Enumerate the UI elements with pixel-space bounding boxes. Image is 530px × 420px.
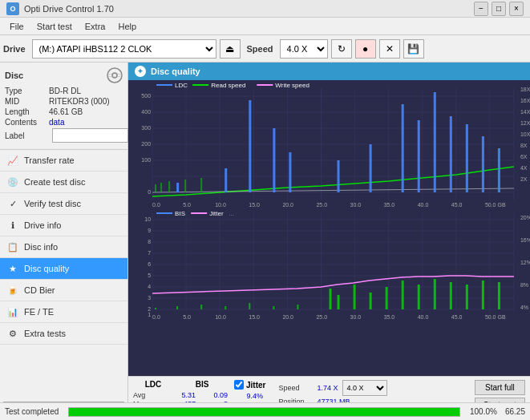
eject-button[interactable]: ⏏ <box>220 39 241 59</box>
svg-rect-35 <box>482 136 484 192</box>
svg-text:45.0: 45.0 <box>451 314 463 320</box>
svg-text:20.0: 20.0 <box>282 202 293 208</box>
svg-text:Write speed: Write speed <box>275 82 310 89</box>
upper-chart: 500 400 300 200 100 0 18X 16X 14X 12X 10… <box>128 80 530 208</box>
svg-rect-40 <box>184 180 186 192</box>
disc-contents-value: data <box>49 118 64 127</box>
start-full-button[interactable]: Start full <box>475 380 525 395</box>
svg-text:5: 5 <box>148 273 151 278</box>
svg-rect-104 <box>338 295 340 309</box>
lower-chart: 10 9 8 7 6 5 4 3 2 1 20% 16% 12% 8% 4% <box>128 208 530 321</box>
svg-rect-106 <box>370 293 372 309</box>
main-layout: Disc Type BD-R DL MID RITEKDR3 (000) Len… <box>0 63 530 420</box>
svg-text:100: 100 <box>141 157 151 163</box>
extra-tests-icon: ⚙ <box>6 327 19 340</box>
sidebar-item-create-test-disc[interactable]: 💿 Create test disc <box>0 172 127 193</box>
cd-bier-label: CD Bier <box>24 285 55 295</box>
disc-type-label: Type <box>5 87 49 95</box>
sidebar-item-disc-quality[interactable]: ★ Disc quality <box>0 258 127 280</box>
burn-button[interactable]: ● <box>355 39 376 59</box>
erase-button[interactable]: ✕ <box>379 39 400 59</box>
menu-extra[interactable]: Extra <box>79 20 112 33</box>
svg-point-0 <box>107 68 122 83</box>
svg-text:30.0: 30.0 <box>350 202 362 208</box>
speed-select[interactable]: 4.0 X <box>280 39 328 59</box>
sidebar-item-extra-tests[interactable]: ⚙ Extra tests <box>0 323 127 345</box>
svg-rect-98 <box>200 305 202 309</box>
transfer-rate-icon: 📈 <box>6 154 19 167</box>
svg-text:16%: 16% <box>520 237 530 243</box>
svg-text:40.0: 40.0 <box>418 314 429 320</box>
svg-text:25.0: 25.0 <box>316 314 327 320</box>
svg-text:16X: 16X <box>520 98 530 103</box>
menu-file[interactable]: File <box>3 20 30 33</box>
drive-info-label: Drive info <box>24 220 61 230</box>
sidebar-item-fe-te[interactable]: 📊 FE / TE <box>0 301 127 323</box>
disc-type-value: BD-R DL <box>49 87 81 95</box>
status-percent: 100.0% <box>470 407 499 416</box>
disc-icon <box>107 67 123 83</box>
svg-text:2: 2 <box>148 306 151 312</box>
status-bar: Test completed 100.0% 66.25 <box>0 402 530 420</box>
svg-rect-111 <box>450 282 452 309</box>
maximize-button[interactable]: □ <box>492 2 506 16</box>
svg-text:10: 10 <box>144 216 151 222</box>
svg-rect-103 <box>330 289 332 309</box>
stats-headers: LDC BIS <box>133 380 228 389</box>
content-area: ✦ Disc quality <box>128 63 530 420</box>
svg-text:500: 500 <box>141 93 151 99</box>
menu-start-test[interactable]: Start test <box>30 20 79 33</box>
sidebar-item-drive-info[interactable]: ℹ Drive info <box>0 215 127 236</box>
ldc-header: LDC <box>133 380 173 389</box>
fe-te-icon: 📊 <box>6 305 19 318</box>
avg-jitter-value: 9.4% <box>234 392 263 400</box>
menu-bar: File Start test Extra Help <box>0 18 530 35</box>
title-bar-left: O Opti Drive Control 1.70 <box>6 2 114 15</box>
sidebar-item-disc-info[interactable]: 📋 Disc info <box>0 236 127 258</box>
sidebar-item-verify-test-disc[interactable]: ✓ Verify test disc <box>0 193 127 215</box>
disc-panel-title: Disc <box>5 71 23 80</box>
svg-text:4X: 4X <box>520 165 528 171</box>
progress-bar-container <box>68 407 460 417</box>
sidebar-item-transfer-rate[interactable]: 📈 Transfer rate <box>0 150 127 172</box>
speed-stat-select[interactable]: 4.0 X <box>342 380 387 396</box>
close-button[interactable]: × <box>509 2 524 16</box>
svg-text:5.0: 5.0 <box>183 202 191 208</box>
svg-text:Jitter: Jitter <box>209 210 224 217</box>
menu-help[interactable]: Help <box>111 20 143 33</box>
save-button[interactable]: 💾 <box>403 39 424 59</box>
transfer-rate-label: Transfer rate <box>24 155 75 165</box>
svg-text:35.0: 35.0 <box>384 314 395 320</box>
disc-type-row: Type BD-R DL <box>5 87 123 95</box>
disc-quality-header-icon: ✦ <box>135 66 146 77</box>
svg-text:2X: 2X <box>520 176 528 182</box>
sidebar-item-cd-bier[interactable]: 🍺 CD Bier <box>0 280 127 301</box>
svg-rect-109 <box>418 285 420 309</box>
verify-test-disc-label: Verify test disc <box>24 199 81 208</box>
svg-rect-96 <box>155 308 156 309</box>
svg-rect-34 <box>466 124 468 192</box>
drive-select[interactable]: (M:) ATAPI iHBS112 2 CLOK <box>32 39 216 59</box>
cd-bier-icon: 🍺 <box>6 284 19 297</box>
svg-rect-31 <box>418 120 420 192</box>
svg-rect-38 <box>160 183 162 192</box>
jitter-checkbox[interactable] <box>234 380 244 390</box>
disc-label-input[interactable] <box>52 128 128 143</box>
stats-avg-row: Avg 5.31 0.09 <box>133 391 228 399</box>
svg-rect-114 <box>498 282 500 309</box>
svg-text:1: 1 <box>148 312 151 317</box>
svg-rect-113 <box>482 281 484 309</box>
fe-te-label: FE / TE <box>24 307 54 317</box>
disc-mid-label: MID <box>5 97 49 106</box>
disc-length-value: 46.61 GB <box>49 107 83 116</box>
status-speed: 66.25 <box>505 407 525 416</box>
svg-rect-32 <box>434 92 436 192</box>
verify-test-disc-icon: ✓ <box>6 197 19 210</box>
svg-rect-41 <box>200 178 202 192</box>
svg-text:15.0: 15.0 <box>249 314 260 320</box>
minimize-button[interactable]: − <box>474 2 488 16</box>
extra-tests-label: Extra tests <box>24 329 66 338</box>
title-bar: O Opti Drive Control 1.70 − □ × <box>0 0 530 18</box>
svg-rect-26 <box>273 128 275 192</box>
refresh-button[interactable]: ↻ <box>331 39 352 59</box>
